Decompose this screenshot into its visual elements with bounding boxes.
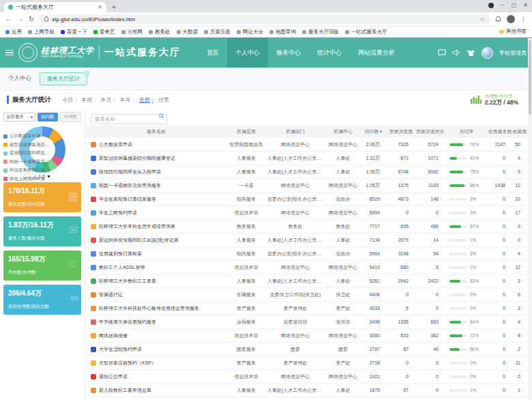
bookmark-item[interactable]: 方维网 xyxy=(121,29,143,35)
notifications-icon[interactable] xyxy=(495,16,501,23)
browser-menu-icon[interactable]: ⋮ xyxy=(520,16,527,23)
service-name[interactable]: 学生上网预约申请 xyxy=(99,210,137,216)
table-row[interactable]: 大学生活动预约申请 团委服务 团委 团委 2787 87 40 56% 0 xyxy=(85,343,532,356)
sort-arrow-icon[interactable]: ▼ xyxy=(379,130,383,134)
service-name[interactable]: 网络故障报修 xyxy=(99,332,128,339)
table-row[interactable]: 中天楼显示屏使用预约服务 会场服务 党委宣传部 宣传部 3498 1335 88… xyxy=(85,315,532,329)
service-name[interactable]: 中天楼显示屏使用预约服务 xyxy=(99,319,156,326)
service-name[interactable]: 新型冠状病毒感染防控期间健康登记 xyxy=(99,155,175,162)
legend-item[interactable]: 新型冠状病毒感染防控期间健康登记 xyxy=(3,142,53,148)
table-row[interactable]: 毕业生离校预订单结算服务 校内服务 党委办公室(校长办公室、… 党政办 8529… xyxy=(85,192,532,206)
new-tab-button[interactable]: + xyxy=(112,3,116,11)
table-column-header[interactable]: 收藏数 xyxy=(512,128,527,135)
bookmark-item[interactable]: 一站式服务大厅 xyxy=(345,29,387,35)
chip-close-icon[interactable]: ✕ xyxy=(84,70,89,76)
theme-shirt-icon[interactable] xyxy=(467,49,475,57)
table-row[interactable]: 桂林理工大学教职工工资单 人事服务 人事处(人才工作办公室、… 人事处 5281… xyxy=(85,274,532,288)
table-row[interactable]: 新入校教职工基本信息单 人事服务 人事处(人才工作办公室、… 人事处 1875 … xyxy=(85,384,532,397)
table-row[interactable]: 大型设备仪器预约（KSP） 资产服务 资产管理处 资产处 2718 0 0 0%… xyxy=(85,356,532,370)
table-row[interactable]: 新型冠状病毒感染防控期间健康登记 人事服务 人事处(人才工作办公室、… 人事处 … xyxy=(85,152,532,165)
bookmark-item[interactable]: 爱奇艺 xyxy=(93,29,115,35)
service-name[interactable]: 校园一卡通圈存充值查询服务 xyxy=(99,182,161,189)
service-name[interactable]: 新冠肺炎疫情期间职工出国(境)登记表 xyxy=(99,237,179,244)
service-select[interactable]: 全部服务 ▾ xyxy=(3,113,35,122)
service-search-input[interactable] xyxy=(91,114,167,124)
browser-profile-avatar[interactable] xyxy=(507,15,515,23)
bookmark-item[interactable]: 天翼云盘 xyxy=(204,29,231,35)
visits-toggle-button[interactable]: 访问数 xyxy=(38,113,58,122)
table-row[interactable]: 使用规则预订单检索 校内服务 党委办公室(校长办公室、… 党政办 5964 31… xyxy=(85,247,532,261)
nav-item[interactable]: 个人中心 xyxy=(227,38,268,68)
window-maximize-button[interactable]: ▢ xyxy=(512,2,517,8)
scrollbar-thumb[interactable] xyxy=(529,40,531,115)
time-filter[interactable]: 本周 xyxy=(80,96,99,104)
time-filter[interactable]: 本年 xyxy=(119,96,138,104)
nav-item[interactable]: 网站流量分析 xyxy=(350,38,403,68)
bookmark-item[interactable]: 百度一下 xyxy=(61,29,87,35)
legend-item[interactable]: 公共数据库申请 xyxy=(3,133,53,139)
browser-tab[interactable]: 一站式服务大厅 ✕ xyxy=(4,2,106,12)
user-avatar[interactable] xyxy=(482,47,493,59)
subnav-home-label[interactable]: 个人中心 xyxy=(8,74,31,83)
bookmark-item[interactable]: 地图查询 xyxy=(269,29,296,35)
legend-item[interactable]: 毕业生离校预订单结算服务 xyxy=(3,167,53,173)
bookmark-item[interactable]: 应用 xyxy=(5,29,22,35)
legend-item[interactable]: 学生上网预约申请 xyxy=(3,176,53,182)
url-bar[interactable]: eip.glut.edu.cn/EIP/user/index.htm ☆ xyxy=(39,14,490,24)
service-name[interactable]: 大学生活动预约申请 xyxy=(99,346,142,353)
forward-button[interactable]: → xyxy=(17,16,24,23)
table-row[interactable]: 校园一卡通圈存充值查询服务 一卡通 网络信息中心 网络信息中心 1.05万 13… xyxy=(85,179,532,192)
time-filter[interactable]: 本月 xyxy=(99,96,118,104)
announcement-speaker-icon[interactable] xyxy=(452,49,460,56)
table-row[interactable]: 车辆通行证 车辆服务 党委保卫工作部(保卫处) 保卫处 4408 0 0 0% … xyxy=(85,288,532,302)
table-row[interactable]: 教职工个人ADSL管理 信息技术部 网络信息中心 网络信息中心 5419 880… xyxy=(85,261,532,274)
table-row[interactable]: 桂林理工大学科技处中心账号使用信息查询服务 资产服务 资产管理处 资产处 403… xyxy=(85,302,532,315)
service-name[interactable]: 大型设备仪器预约（KSP） xyxy=(99,360,156,367)
bookmark-star-icon[interactable]: ☆ xyxy=(479,16,485,23)
table-column-header[interactable]: 访问数▼ xyxy=(361,128,387,135)
message-icon[interactable] xyxy=(438,49,446,57)
hamburger-menu-icon[interactable] xyxy=(5,50,14,56)
nav-item[interactable]: 服务中心 xyxy=(268,38,309,68)
table-column-header[interactable]: 页面浏览时长 xyxy=(415,128,445,135)
service-name[interactable]: 桂林理工大学科技处中心账号使用信息查询服务 xyxy=(99,305,199,312)
table-column-header[interactable]: 办结率 xyxy=(445,128,488,135)
profile-dot-icon[interactable] xyxy=(488,3,494,8)
service-name[interactable]: 桂林理工大学本科生历年成绩查询表 xyxy=(99,223,175,230)
nav-item[interactable]: 首页 xyxy=(198,38,227,68)
time-filter[interactable]: 全部 xyxy=(138,96,157,104)
window-minimize-button[interactable]: ─ xyxy=(501,2,505,8)
reload-button[interactable]: ↻ xyxy=(29,16,34,23)
bookmark-item[interactable]: 网证大全 xyxy=(237,29,263,35)
search-icon[interactable] xyxy=(159,113,164,119)
tab-close-icon[interactable]: ✕ xyxy=(98,4,102,10)
table-row[interactable]: 新冠肺炎疫情期间职工出国(境)登记表 人事服务 人事处(人才工作办公室、… 人事… xyxy=(85,233,532,247)
table-column-header[interactable]: 所属应用 xyxy=(227,128,265,135)
table-row[interactable]: 网络故障报修 信息技术部 网络信息中心 网络信息中心 3280 533 382 … xyxy=(85,329,532,343)
bookmark-item[interactable]: 上网导航 xyxy=(28,29,55,35)
table-column-header[interactable]: 页面浏览数 xyxy=(387,128,415,135)
table-row[interactable]: 桂林理工大学本科生历年成绩查询表 教务服务 教务处 教务处 7717 695 4… xyxy=(85,220,532,233)
table-row[interactable]: 学生上网预约申请 信息技术部 网络信息中心 网络信息中心 8394 0 0 3%… xyxy=(85,206,532,220)
table-column-header[interactable]: 服务名称 xyxy=(85,128,227,135)
service-name[interactable]: 新入校教职工基本信息单 xyxy=(99,387,151,394)
table-row[interactable]: 疫情防控期间师生出入校申请 人事服务 人事处(人才工作办公室、… 人事处 1.0… xyxy=(85,165,532,179)
service-name[interactable]: 公共数据库申请 xyxy=(99,141,132,148)
bookmark-item[interactable]: 教务处 xyxy=(149,29,171,35)
service-name[interactable]: 毕业生离校预订单结算服务 xyxy=(99,196,156,203)
nav-item[interactable]: 统计中心 xyxy=(309,38,350,68)
back-button[interactable]: ← xyxy=(5,16,12,23)
time-filter[interactable]: 今日 xyxy=(61,96,80,104)
bookmark-item[interactable]: 服务大厅旧版 xyxy=(302,29,339,35)
open-tab-chip[interactable]: 服务大厅统计 ✕ xyxy=(40,72,87,85)
service-name[interactable]: 使用规则预订单检索 xyxy=(99,251,142,257)
user-name[interactable]: 学校管理员 xyxy=(499,49,527,57)
window-close-button[interactable]: ✕ xyxy=(523,2,528,8)
table-column-header[interactable]: 所属部门 xyxy=(265,128,325,135)
stat-card[interactable]: 178/16.11万 服务总数/访问总数 ▦ xyxy=(3,182,81,212)
stat-card[interactable]: 206/4.64万 流程办理数/流转总数 ∞ xyxy=(3,285,81,315)
stat-card[interactable]: 165/15.98万 可办数/办理数 ☺ xyxy=(3,251,81,281)
page-scrollbar[interactable] xyxy=(528,38,532,400)
stat-card[interactable]: 1.83万/16.11万 服务人数/服务次数 ✉ xyxy=(3,216,81,246)
service-name[interactable]: 通知公告申请 xyxy=(99,373,128,380)
